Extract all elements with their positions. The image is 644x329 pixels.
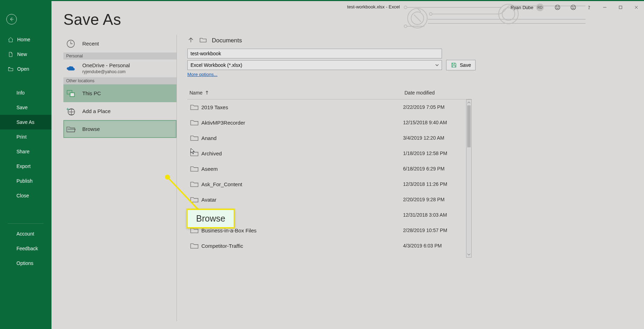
title-bar: test-workbook.xlsx - Excel Ryan Dube RD bbox=[103, 2, 644, 13]
location-label: OneDrive - Personal bbox=[82, 62, 130, 68]
add-place-icon bbox=[65, 106, 76, 117]
file-row[interactable]: Business-in-a-Box Files2/28/2019 10:57 P… bbox=[187, 223, 472, 238]
file-name: Anand bbox=[201, 135, 403, 141]
sidebar-item-account[interactable]: Account bbox=[0, 226, 51, 241]
sidebar-item-new[interactable]: New bbox=[0, 47, 51, 62]
more-options-link[interactable]: More options... bbox=[187, 72, 217, 77]
svg-point-10 bbox=[558, 7, 558, 7]
file-name: AktivMP3Recorder bbox=[201, 120, 403, 126]
sidebar-item-options[interactable]: Options bbox=[0, 256, 51, 271]
location-recent[interactable]: Recent bbox=[63, 35, 176, 52]
sidebar-item-saveas[interactable]: Save As bbox=[0, 115, 51, 130]
backstage-body: test-workbook.xlsx - Excel Ryan Dube RD … bbox=[51, 1, 644, 329]
location-add-place[interactable]: Add a Place bbox=[63, 102, 176, 120]
smile-feedback-icon[interactable] bbox=[549, 2, 565, 13]
folder-icon bbox=[187, 227, 201, 234]
file-row[interactable]: Competitor-Traffic4/3/2019 6:03 PM bbox=[187, 238, 472, 253]
folder-icon bbox=[187, 211, 201, 218]
file-name: Archived bbox=[201, 150, 403, 156]
svg-point-8 bbox=[555, 5, 560, 10]
sidebar-item-label: Info bbox=[16, 90, 25, 96]
breadcrumb-label[interactable]: Documents bbox=[212, 37, 242, 44]
locations-panel: Recent Personal OneDrive - Personal ryje… bbox=[63, 35, 176, 321]
sidebar-item-open[interactable]: Open bbox=[0, 62, 51, 76]
file-row[interactable]: 2019 Taxes2/22/2019 7:05 PM bbox=[187, 99, 472, 115]
location-this-pc[interactable]: This PC bbox=[63, 84, 176, 102]
sidebar-item-home[interactable]: Home bbox=[0, 32, 51, 47]
sidebar-item-export[interactable]: Export bbox=[0, 159, 51, 174]
column-header-date[interactable]: Date modified bbox=[404, 90, 435, 96]
help-icon[interactable] bbox=[581, 2, 597, 13]
column-header-name[interactable]: Name bbox=[187, 90, 404, 96]
scroll-up-icon[interactable] bbox=[466, 100, 471, 105]
sort-asc-icon bbox=[205, 91, 209, 95]
user-name-label: Ryan Dube bbox=[511, 5, 533, 10]
folder-icon bbox=[187, 150, 201, 157]
location-browse[interactable]: Browse bbox=[63, 120, 176, 138]
location-sublabel: ryjendube@yahoo.com bbox=[82, 69, 126, 74]
file-date: 2/28/2019 10:57 PM bbox=[403, 227, 447, 233]
file-row[interactable]: Archived1/18/2019 12:58 PM bbox=[187, 146, 472, 161]
frown-feedback-icon[interactable] bbox=[565, 2, 581, 13]
filetype-dropdown[interactable]: Excel Workbook (*.xlsx) bbox=[187, 60, 442, 70]
svg-rect-15 bbox=[619, 6, 622, 9]
close-window-button[interactable] bbox=[628, 2, 644, 13]
folder-icon bbox=[187, 181, 201, 188]
filename-input[interactable] bbox=[187, 49, 442, 58]
file-date: 12/31/2018 3:03 AM bbox=[403, 212, 447, 218]
minimize-button[interactable] bbox=[597, 2, 612, 13]
sidebar-item-label: Save bbox=[16, 105, 28, 110]
folder-icon bbox=[199, 37, 207, 44]
file-name: Ask_For_Content bbox=[201, 181, 403, 187]
panel-divider bbox=[176, 35, 177, 321]
save-disk-icon bbox=[451, 62, 457, 68]
locations-section-personal: Personal bbox=[63, 52, 176, 59]
file-date: 12/15/2018 9:40 AM bbox=[403, 120, 447, 125]
file-row[interactable]: Anand3/4/2019 12:20 AM bbox=[187, 130, 472, 146]
file-row[interactable]: AktivMP3Recorder12/15/2018 9:40 AM bbox=[187, 115, 472, 130]
scroll-down-icon[interactable] bbox=[466, 252, 471, 257]
save-target-panel: Documents Excel Workbook (*.xlsx) Save M… bbox=[186, 35, 632, 321]
back-button[interactable] bbox=[6, 14, 17, 24]
file-row[interactable]: Ask_For_Content12/3/2018 11:26 PM bbox=[187, 176, 472, 192]
file-date: 4/3/2019 6:03 PM bbox=[403, 243, 442, 248]
file-row[interactable]: BlackSquad12/31/2018 3:03 AM bbox=[187, 207, 472, 223]
file-date: 2/22/2019 7:05 PM bbox=[403, 104, 444, 110]
sidebar-item-label: Publish bbox=[16, 178, 33, 184]
file-date: 2/20/2019 9:28 PM bbox=[403, 197, 444, 202]
sidebar-item-print[interactable]: Print bbox=[0, 130, 51, 144]
svg-rect-18 bbox=[70, 93, 74, 97]
sidebar-item-label: Account bbox=[16, 231, 34, 237]
sidebar-item-label: New bbox=[17, 51, 27, 57]
maximize-button[interactable] bbox=[612, 2, 628, 13]
file-row[interactable]: computer-science-online11/15/2018 9:48 P… bbox=[187, 253, 472, 258]
scrollbar-thumb[interactable] bbox=[467, 105, 471, 147]
sidebar-item-label: Print bbox=[16, 134, 27, 140]
file-date: 3/4/2019 12:20 AM bbox=[403, 135, 444, 141]
folder-icon bbox=[187, 165, 201, 172]
folder-icon bbox=[187, 134, 201, 141]
file-list: 2019 Taxes2/22/2019 7:05 PM AktivMP3Reco… bbox=[187, 99, 472, 258]
folder-icon bbox=[187, 196, 201, 203]
sidebar-item-close[interactable]: Close bbox=[0, 188, 51, 203]
save-button[interactable]: Save bbox=[446, 60, 476, 70]
sidebar-item-share[interactable]: Share bbox=[0, 144, 51, 159]
user-avatar[interactable]: RD bbox=[536, 4, 544, 11]
sidebar-item-save[interactable]: Save bbox=[0, 100, 51, 115]
sidebar-item-label: Options bbox=[16, 260, 33, 266]
svg-point-14 bbox=[589, 8, 589, 9]
folder-up-button[interactable] bbox=[187, 36, 194, 45]
scrollbar[interactable] bbox=[466, 99, 472, 258]
sidebar-item-info[interactable]: Info bbox=[0, 85, 51, 100]
backstage-sidebar: Home New Open Info Save Save As Print Sh… bbox=[0, 0, 51, 329]
sidebar-item-feedback[interactable]: Feedback bbox=[0, 241, 51, 256]
file-row[interactable]: Avatar2/20/2019 9:28 PM bbox=[187, 192, 472, 207]
location-label: Recent bbox=[82, 41, 99, 47]
file-name: Competitor-Traffic bbox=[201, 243, 403, 249]
file-list-header: Name Date modified bbox=[187, 88, 472, 99]
sidebar-item-publish[interactable]: Publish bbox=[0, 174, 51, 188]
file-name: Business-in-a-Box Files bbox=[201, 227, 403, 233]
file-name: 2019 Taxes bbox=[201, 104, 403, 110]
file-row[interactable]: Aseem6/18/2019 6:29 PM bbox=[187, 161, 472, 176]
location-onedrive[interactable]: OneDrive - Personal ryjendube@yahoo.com bbox=[63, 59, 176, 77]
